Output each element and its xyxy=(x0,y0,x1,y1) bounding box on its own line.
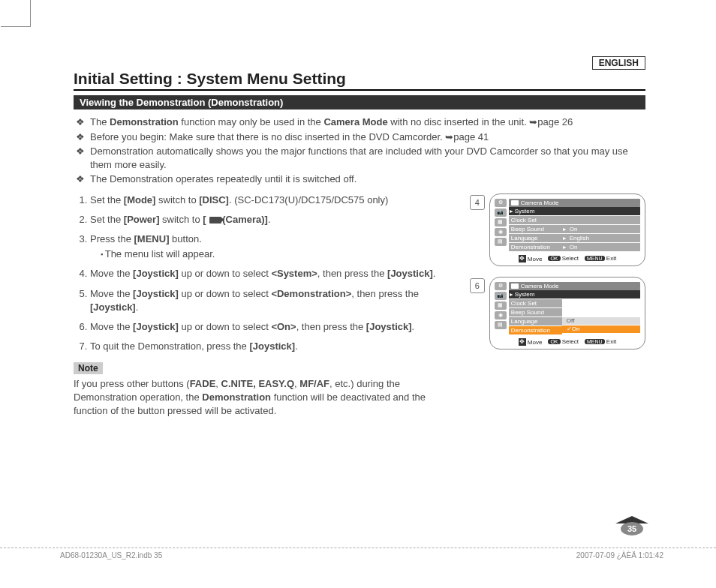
note-label: Note xyxy=(74,362,103,374)
page-number: 35 xyxy=(621,522,643,536)
figure-number: 6 xyxy=(470,278,485,293)
note-text: If you press other buttons (FADE, C.NITE… xyxy=(74,377,434,417)
page-number-ornament: 35 xyxy=(615,516,648,536)
option-off: Off xyxy=(562,317,640,325)
menu-system-row: ►System xyxy=(509,207,640,215)
menu-row: Language►English xyxy=(509,234,640,242)
step: Set the [Power] switch to [ (Camera)]. xyxy=(90,213,456,226)
bullet: Before you begin: Make sure that there i… xyxy=(90,130,645,144)
tab-icon: ◉ xyxy=(495,311,507,320)
step: Press the [MENU] button. The menu list w… xyxy=(90,232,456,261)
step: Set the [Mode] switch to [DISC]. (SC-DC1… xyxy=(90,194,456,207)
ok-pill: OK xyxy=(548,339,560,344)
menu-title: Camera Mode xyxy=(509,199,640,207)
menu-row-highlighted: Demonstration xyxy=(509,326,562,334)
step: Move the [Joystick] up or down to select… xyxy=(90,320,456,334)
menu-system-row: ►System xyxy=(509,290,640,298)
section-header: Viewing the Demonstration (Demonstration… xyxy=(74,95,645,110)
page-content: ENGLISH Initial Setting : System Menu Se… xyxy=(74,56,645,417)
lcd-screen-6: ⚙ 📷 ▦ ◉ ▤ Camera Mode xyxy=(489,277,645,350)
tab-icon: ▤ xyxy=(495,238,507,246)
lcd-footer: ✥ Move OK Select MENU Exit xyxy=(495,255,640,262)
menu-row: Beep Sound xyxy=(509,308,562,316)
menu-pill: MENU xyxy=(585,339,605,344)
footer-file: AD68-01230A_US_R2.indb 35 xyxy=(60,551,162,560)
lcd-footer: ✥ Move OK Select MENU Exit xyxy=(495,338,640,346)
lcd-screen-4: ⚙ 📷 ▦ ◉ ▤ Camera Mode xyxy=(489,194,645,266)
tab-column: ⚙ 📷 ▦ ◉ ▤ xyxy=(495,282,507,335)
menu-row: Language xyxy=(509,317,562,326)
option-on-selected: ✓On xyxy=(562,326,640,333)
steps-list: Set the [Mode] switch to [DISC]. (SC-DC1… xyxy=(74,194,456,354)
tab-icon: 📷 xyxy=(495,208,507,217)
move-icon: ✥ xyxy=(519,338,526,346)
screens-column: 4 ⚙ 📷 ▦ ◉ ▤ xyxy=(470,194,645,417)
menu-row: Demonstration►On xyxy=(509,243,640,251)
tab-icon: ⚙ xyxy=(495,282,507,290)
camera-icon xyxy=(511,200,519,206)
page-title: Initial Setting : System Menu Setting xyxy=(74,70,645,91)
bullet: Demonstration automatically shows you th… xyxy=(90,145,645,171)
tab-icon: ▤ xyxy=(495,321,507,329)
language-tag: ENGLISH xyxy=(592,56,645,70)
intro-bullets: The Demonstration function may only be u… xyxy=(74,116,645,186)
step: Move the [Joystick] up or down to select… xyxy=(90,287,456,314)
move-icon: ✥ xyxy=(519,255,526,262)
tab-icon: 📷 xyxy=(495,292,507,300)
ok-pill: OK xyxy=(548,256,560,261)
footer-timestamp: 2007-07-09 ¿ÀÈÄ 1:01:42 xyxy=(576,551,663,560)
instructions-column: Set the [Mode] switch to [DISC]. (SC-DC1… xyxy=(74,194,456,417)
figure-number: 4 xyxy=(470,195,485,210)
menu-pill: MENU xyxy=(585,256,605,261)
bullet: The Demonstration operates repeatedly un… xyxy=(90,172,645,186)
step: To quit the Demonstration, press the [Jo… xyxy=(90,340,456,353)
camera-icon xyxy=(209,217,221,224)
tab-icon: ▦ xyxy=(495,218,507,226)
step: Move the [Joystick] up or down to select… xyxy=(90,267,456,280)
menu-row: Clock Set xyxy=(509,299,562,308)
tab-icon: ◉ xyxy=(495,228,507,236)
tab-column: ⚙ 📷 ▦ ◉ ▤ xyxy=(495,199,507,252)
menu-title: Camera Mode xyxy=(509,282,640,290)
menu-row: Beep Sound►On xyxy=(509,225,640,233)
bullet: The Demonstration function may only be u… xyxy=(90,116,645,129)
substep: The menu list will appear. xyxy=(101,248,456,261)
tab-icon: ▦ xyxy=(495,302,507,310)
print-footer: AD68-01230A_US_R2.indb 35 2007-07-09 ¿ÀÈ… xyxy=(0,548,716,560)
camera-icon xyxy=(511,284,519,289)
tab-icon: ⚙ xyxy=(495,199,507,207)
crop-mark xyxy=(30,0,33,26)
menu-row: Clock Set xyxy=(509,216,640,224)
